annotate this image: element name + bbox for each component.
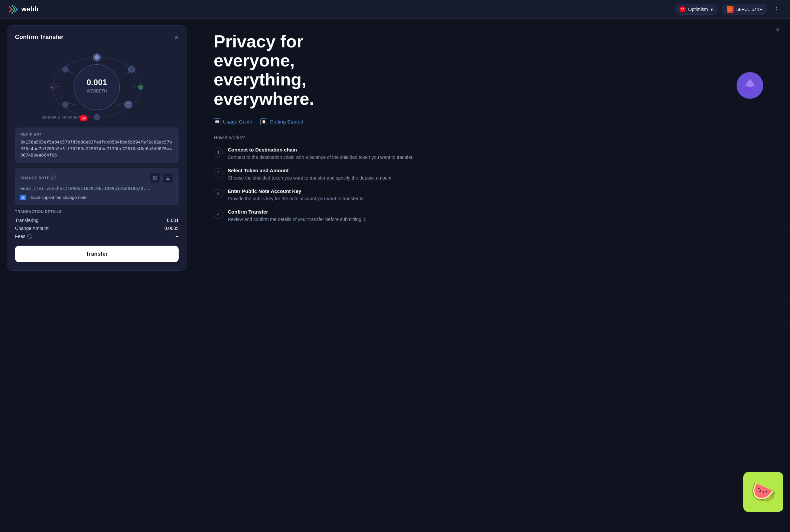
svg-line-27 xyxy=(68,71,75,74)
usage-guide-label: Usage Guide xyxy=(223,119,252,125)
checkbox-label: I have copied the change note xyxy=(29,195,87,200)
modal-title: Confirm Transfer xyxy=(15,34,63,41)
step-3-title: Enter Public Note Account Key xyxy=(228,188,365,194)
svg-text:0.001: 0.001 xyxy=(87,78,107,87)
network-label: Optimism xyxy=(688,7,708,12)
recipient-label: RECIPIENT xyxy=(20,132,173,136)
confirm-transfer-modal: Confirm Transfer × 0.001 WEBBETH xyxy=(7,25,187,271)
ethereum-icon xyxy=(741,77,758,94)
change-amount-value: 0.0005 xyxy=(164,226,178,231)
svg-point-6 xyxy=(94,55,99,59)
change-note-label: CHANGE NOTE i xyxy=(20,175,56,180)
svg-rect-29 xyxy=(154,176,156,179)
step-2-content: Select Token and Amount Choose the shiel… xyxy=(228,168,393,182)
modal-header: Confirm Transfer × xyxy=(15,34,178,41)
left-panel: Confirm Transfer × 0.001 WEBBETH xyxy=(0,19,194,532)
header: webb OP Optimism ▾ 🦊 58FC...541F ⋮ xyxy=(0,0,790,19)
transfer-button[interactable]: Transfer xyxy=(15,246,178,262)
step-3-desc: Provide the public key for the note acco… xyxy=(228,195,365,202)
step-1-desc: Connect to the destination chain with a … xyxy=(228,154,413,161)
network-icon: OP xyxy=(679,6,685,12)
svg-rect-28 xyxy=(154,177,157,180)
step-1-number: 1 xyxy=(214,148,223,157)
svg-point-7 xyxy=(128,66,135,72)
svg-point-17 xyxy=(62,66,69,72)
download-note-button[interactable] xyxy=(163,173,173,183)
recipient-value: 0x158a565ef5a04c573fd3d88e63fadfdc0584bb… xyxy=(20,139,173,158)
svg-text:∞: ∞ xyxy=(51,85,54,90)
close-modal-button[interactable]: × xyxy=(175,34,178,41)
usage-guide-icon: 📖 xyxy=(214,118,220,125)
step-2-desc: Choose the shielded token you want to tr… xyxy=(228,174,393,182)
usage-guide-link[interactable]: 📖 Usage Guide xyxy=(214,118,252,125)
step-3-number: 3 xyxy=(214,189,223,198)
fees-info-icon: i xyxy=(27,234,32,239)
transaction-details: TRANSACTION DETAILS Transfering 0.001 Ch… xyxy=(15,210,178,239)
svg-line-22 xyxy=(123,72,131,75)
network-button[interactable]: OP Optimism ▾ xyxy=(675,4,718,15)
step-3-content: Enter Public Note Account Key Provide th… xyxy=(228,188,365,202)
copy-note-button[interactable] xyxy=(150,173,161,183)
chevron-down-icon: ▾ xyxy=(711,7,713,12)
more-button[interactable]: ⋮ xyxy=(771,4,782,15)
network-visualization: 0.001 WEBBETH Ξ xyxy=(15,48,178,121)
getting-started-icon: 📋 xyxy=(260,118,267,125)
right-panel: × Privacy for everyone, everything, ever… xyxy=(194,19,790,532)
info-icon: i xyxy=(52,175,56,180)
logo-text: webb xyxy=(21,5,38,13)
svg-marker-32 xyxy=(745,79,755,88)
checkbox-row: I have copied the change note xyxy=(20,195,173,200)
recipient-box: RECIPIENT 0x158a565ef5a04c573fd3d88e63fa… xyxy=(15,128,178,163)
note-actions xyxy=(150,173,173,183)
network-svg: 0.001 WEBBETH Ξ xyxy=(15,48,178,121)
main: Confirm Transfer × 0.001 WEBBETH xyxy=(0,19,790,532)
tx-details-title: TRANSACTION DETAILS xyxy=(15,210,178,214)
svg-text:SENDER & RECIPIENT: SENDER & RECIPIENT xyxy=(42,115,81,119)
eth-orb-decoration xyxy=(737,72,763,99)
table-row: Fees i -- xyxy=(15,234,178,239)
transfering-value: 0.001 xyxy=(167,217,178,223)
wallet-button[interactable]: 🦊 58FC...541F xyxy=(722,4,767,15)
change-amount-label: Change Amount xyxy=(15,226,49,231)
svg-point-14 xyxy=(62,101,69,108)
wallet-address: 58FC...541F xyxy=(736,7,762,12)
step-1-title: Connect to Destination chain xyxy=(228,147,413,153)
change-note-header: CHANGE NOTE i xyxy=(20,173,173,183)
change-note-value: webb://v1:vanchor/1099511628196:10995116… xyxy=(20,186,173,191)
header-right: OP Optimism ▾ 🦊 58FC...541F ⋮ xyxy=(675,4,782,15)
step-1-content: Connect to Destination chain Connect to … xyxy=(228,147,413,161)
logo-icon xyxy=(8,4,19,15)
logo: webb xyxy=(8,4,38,15)
step-2-number: 2 xyxy=(214,168,223,177)
copy-checkbox[interactable] xyxy=(20,195,26,200)
getting-started-link[interactable]: 📋 Getting Started xyxy=(260,118,303,125)
svg-text:WEBBETH: WEBBETH xyxy=(87,89,107,93)
svg-text:Ξ: Ξ xyxy=(127,103,130,107)
getting-started-label: Getting Started xyxy=(270,119,303,125)
step-2-title: Select Token and Amount xyxy=(228,168,393,173)
svg-point-13 xyxy=(94,114,100,120)
change-note-box: CHANGE NOTE i xyxy=(15,168,178,205)
step-4-desc: Review and confirm the details of your t… xyxy=(228,216,366,223)
table-row: Transfering 0.001 xyxy=(15,217,178,223)
hero-title: Privacy for everyone, everything, everyw… xyxy=(214,32,381,109)
fees-label: Fees i xyxy=(15,234,32,239)
step-4-number: 4 xyxy=(214,210,223,219)
wallet-icon: 🦊 xyxy=(727,6,734,13)
transfering-label: Transfering xyxy=(15,217,38,223)
table-row: Change Amount 0.0005 xyxy=(15,226,178,231)
step-4-title: Confirm Transfer xyxy=(228,209,366,215)
svg-text:OP: OP xyxy=(81,117,86,120)
watermelon-nft-card: 🍉 xyxy=(743,472,783,512)
step-4-content: Confirm Transfer Review and confirm the … xyxy=(228,209,366,223)
fees-value: -- xyxy=(176,234,178,239)
decoration-curves xyxy=(656,19,790,532)
svg-point-2 xyxy=(75,66,118,109)
